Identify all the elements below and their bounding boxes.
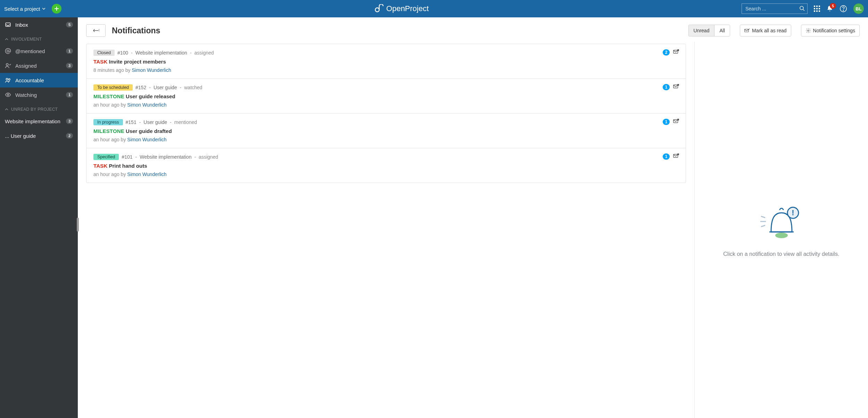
sidebar-inbox[interactable]: Inbox 5: [0, 17, 78, 32]
sidebar-inbox-count: 5: [66, 22, 73, 27]
notification-reason: mentioned: [174, 119, 197, 125]
sidebar: Inbox 5 Involvement @mentioned1Assigned3…: [0, 17, 78, 418]
notification-time: an hour ago by: [93, 102, 127, 108]
sidebar-item-label: Watching: [15, 92, 62, 98]
sidebar-resize-handle[interactable]: [77, 218, 79, 232]
svg-rect-9: [816, 10, 818, 12]
notification-settings-label: Notification settings: [813, 28, 855, 33]
work-package-type: TASK: [93, 163, 108, 169]
notification-time: 8 minutes ago by: [93, 67, 132, 73]
mark-read-icon[interactable]: [673, 153, 679, 160]
sidebar-project-item[interactable]: ... User guide2: [0, 128, 78, 143]
notification-card[interactable]: In progress#151-User guide-mentionedMILE…: [86, 114, 686, 148]
notification-actor: Simon Wunderlich: [127, 137, 166, 142]
project-selector-label: Select a project: [4, 6, 40, 12]
notification-reason: assigned: [195, 50, 214, 56]
svg-rect-6: [816, 8, 818, 9]
svg-rect-2: [814, 6, 815, 7]
mark-read-icon[interactable]: [673, 118, 679, 125]
svg-rect-19: [745, 29, 749, 32]
help-button[interactable]: [840, 5, 847, 12]
search-input[interactable]: [742, 3, 808, 14]
notification-title-row: MILESTONEUser guide released: [93, 93, 679, 99]
inbox-icon: [5, 22, 11, 28]
logo: OpenProject: [61, 4, 742, 13]
quick-add-button[interactable]: [52, 4, 61, 14]
status-badge: Closed: [93, 50, 115, 56]
notification-count-badge: 1: [663, 119, 670, 125]
modules-menu-button[interactable]: [814, 6, 820, 12]
work-package-id: #101: [122, 154, 132, 160]
mark-read-icon[interactable]: [673, 84, 679, 91]
user-avatar[interactable]: BL: [853, 3, 864, 14]
assigned-icon: [5, 62, 11, 69]
notifications-count-badge: 5: [830, 3, 836, 9]
sidebar-item-watching[interactable]: Watching1: [0, 87, 78, 102]
content-split: Closed#100-Website implementation-assign…: [78, 42, 868, 418]
back-arrow-icon: [92, 28, 100, 33]
chevron-up-icon: [5, 108, 8, 111]
avatar-initials: BL: [855, 6, 861, 11]
notifications-bell-button[interactable]: 5: [826, 5, 833, 12]
project-name: Website implementation: [135, 50, 187, 56]
sidebar-project-label: ... User guide: [5, 133, 62, 139]
svg-line-32: [761, 216, 765, 218]
sidebar-item-assigned[interactable]: Assigned3: [0, 58, 78, 73]
notification-actor: Simon Wunderlich: [127, 172, 166, 177]
filter-all-button[interactable]: All: [714, 25, 730, 36]
sidebar-item-count: 3: [66, 63, 73, 68]
main-layout: Inbox 5 Involvement @mentioned1Assigned3…: [0, 17, 868, 418]
sidebar-unread-header[interactable]: Unread by project: [0, 102, 78, 114]
sidebar-item-accountable[interactable]: Accountable: [0, 73, 78, 87]
main-pane: Notifications Unread All Mark all as rea…: [78, 17, 868, 418]
filter-unread-button[interactable]: Unread: [689, 25, 714, 36]
notification-actor-row: an hour ago by Simon Wunderlich: [93, 137, 679, 142]
work-package-type: TASK: [93, 59, 108, 65]
notification-actions: 1: [663, 84, 679, 91]
grid-icon: [814, 6, 820, 12]
notification-settings-button[interactable]: Notification settings: [801, 25, 860, 36]
svg-point-18: [7, 94, 9, 96]
notification-card[interactable]: Closed#100-Website implementation-assign…: [86, 44, 686, 79]
notification-actions: 1: [663, 153, 679, 160]
watching-icon: [5, 92, 11, 98]
status-badge: To be scheduled: [93, 84, 133, 91]
notification-time: an hour ago by: [93, 137, 127, 142]
notification-actions: 1: [663, 118, 679, 125]
sidebar-item-mentioned[interactable]: @mentioned1: [0, 44, 78, 58]
top-bar: Select a project OpenProject 5 BL: [0, 0, 868, 17]
sidebar-project-item[interactable]: Website implementation3: [0, 114, 78, 128]
sidebar-project-count: 3: [66, 118, 73, 124]
notification-meta-row: To be scheduled#152-User guide-watched: [93, 84, 679, 91]
sidebar-involvement-header[interactable]: Involvement: [0, 32, 78, 44]
svg-point-26: [677, 119, 679, 120]
work-package-subject: Print hand outs: [109, 163, 147, 169]
chevron-up-icon: [5, 37, 8, 41]
sidebar-item-label: Assigned: [15, 63, 62, 69]
detail-pane: ! Click on a notification to view all ac…: [694, 42, 868, 418]
notification-card[interactable]: Specified#101-Website implementation-ass…: [86, 148, 686, 183]
project-name: User guide: [143, 119, 167, 125]
svg-rect-25: [673, 120, 678, 123]
search-icon[interactable]: [799, 6, 805, 12]
work-package-id: #100: [117, 50, 128, 56]
sidebar-item-label: Accountable: [15, 77, 73, 83]
project-selector[interactable]: Select a project: [4, 6, 46, 12]
back-button[interactable]: [86, 24, 106, 37]
empty-state-text: Click on a notification to view all acti…: [723, 251, 839, 257]
mark-read-icon[interactable]: [673, 49, 679, 56]
svg-point-29: [775, 233, 788, 238]
svg-point-28: [677, 154, 679, 155]
notification-card[interactable]: To be scheduled#152-User guide-watchedMI…: [86, 79, 686, 114]
svg-point-15: [6, 64, 8, 66]
sidebar-item-label: @mentioned: [15, 48, 62, 54]
svg-point-16: [6, 78, 8, 80]
notification-time: an hour ago by: [93, 172, 127, 177]
notification-count-badge: 2: [663, 49, 670, 56]
sidebar-inbox-label: Inbox: [15, 22, 62, 28]
caret-down-icon: [42, 7, 46, 10]
sidebar-involvement-header-label: Involvement: [11, 37, 42, 42]
mark-all-read-label: Mark all as read: [752, 28, 787, 33]
mark-all-read-button[interactable]: Mark all as read: [740, 25, 791, 36]
accountable-icon: [5, 77, 11, 83]
